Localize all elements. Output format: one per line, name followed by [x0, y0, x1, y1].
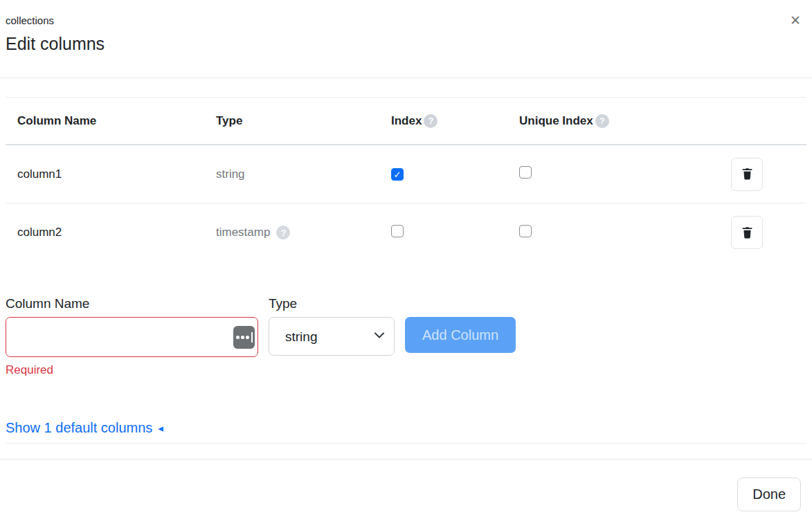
- unique-index-checkbox[interactable]: ✓: [519, 166, 532, 179]
- header-type: Type: [216, 114, 391, 128]
- validation-message: Required: [6, 363, 258, 377]
- column-type-value: string ?: [216, 167, 391, 181]
- column-name-value: column1: [17, 167, 216, 181]
- collapse-arrow-icon: ◂: [158, 422, 163, 435]
- unique-index-help-icon[interactable]: ?: [595, 114, 609, 128]
- type-help-icon[interactable]: ?: [276, 226, 290, 239]
- modal-header: collections Edit columns ✕: [0, 0, 812, 78]
- close-icon[interactable]: ✕: [787, 11, 804, 30]
- check-icon: ✓: [394, 170, 402, 179]
- header-column-name: Column Name: [17, 114, 216, 128]
- delete-column-button[interactable]: [731, 158, 763, 191]
- trash-icon: [740, 226, 755, 240]
- index-checkbox[interactable]: ✓: [391, 225, 404, 237]
- breadcrumb: collections: [6, 14, 802, 27]
- type-select[interactable]: string: [269, 317, 395, 356]
- add-column-button[interactable]: Add Column: [405, 317, 516, 353]
- table-row: column1 string ? ✓ ✓: [6, 145, 806, 203]
- page-title: Edit columns: [6, 33, 802, 54]
- table-header-row: Column Name Type Index ? Unique Index ?: [6, 98, 806, 145]
- type-label: Type: [269, 296, 395, 311]
- modal-body: Column Name Type Index ? Unique Index ? …: [0, 97, 812, 444]
- unique-index-checkbox[interactable]: ✓: [519, 225, 532, 237]
- columns-table: Column Name Type Index ? Unique Index ? …: [6, 97, 806, 262]
- header-index: Index ?: [391, 114, 519, 128]
- show-default-columns-link[interactable]: Show 1 default columns ◂: [6, 420, 163, 436]
- done-button[interactable]: Done: [737, 477, 801, 511]
- default-columns-section: Show 1 default columns ◂: [6, 420, 806, 444]
- trash-icon: [740, 167, 755, 181]
- table-row: column2 timestamp ? ✓ ✓: [6, 203, 806, 262]
- delete-column-button[interactable]: [731, 216, 763, 249]
- column-name-label: Column Name: [6, 296, 258, 311]
- edit-columns-modal: collections Edit columns ✕ Column Name T…: [0, 0, 812, 528]
- column-name-value: column2: [17, 226, 216, 239]
- input-ellipsis-icon[interactable]: [233, 326, 255, 349]
- column-name-input[interactable]: [6, 317, 258, 357]
- index-checkbox[interactable]: ✓: [391, 168, 404, 181]
- modal-footer: Done: [0, 459, 812, 511]
- add-column-form: Column Name Required Type string: [6, 296, 806, 377]
- column-type-value: timestamp ?: [216, 226, 391, 239]
- index-help-icon[interactable]: ?: [424, 114, 437, 128]
- header-unique-index: Unique Index ?: [519, 114, 692, 128]
